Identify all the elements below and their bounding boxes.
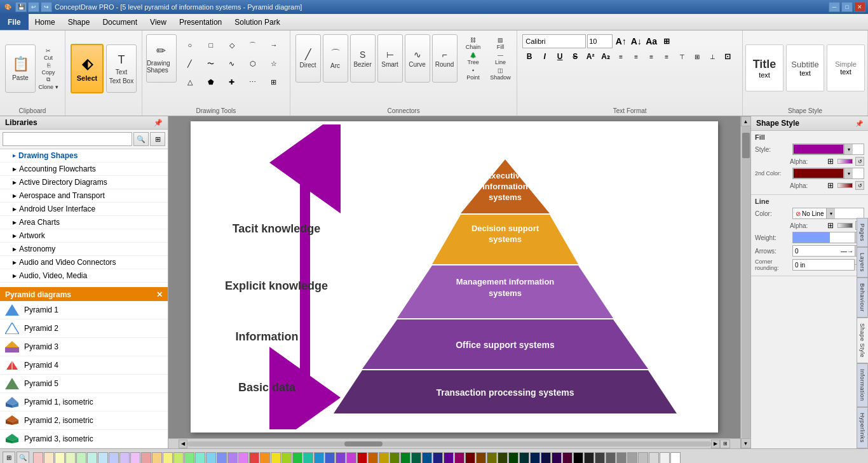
color-cell[interactable] — [357, 452, 367, 464]
minimize-btn[interactable]: ─ — [829, 2, 840, 12]
color-cell[interactable] — [627, 452, 637, 464]
color-cell[interactable] — [454, 452, 465, 464]
pyramid-item-1[interactable]: Pyramid 1 — [0, 301, 168, 319]
color-cell[interactable] — [476, 452, 486, 464]
color-cell[interactable] — [638, 452, 648, 464]
title-style-btn[interactable]: Title text — [745, 44, 783, 91]
color-cell[interactable] — [184, 452, 194, 464]
subtitle-style-btn[interactable]: Subtitle text — [786, 44, 824, 91]
library-item-audio-video[interactable]: ▸ Audio and Video Connectors — [0, 256, 168, 269]
font-size-input[interactable] — [587, 34, 613, 48]
library-item-ad[interactable]: ▸ Active Directory Diagrams — [0, 176, 168, 189]
color-cell[interactable] — [152, 452, 162, 464]
wave-tool[interactable]: 〜 — [201, 55, 220, 72]
color-cell[interactable] — [487, 452, 497, 464]
behaviour-tab[interactable]: Behaviour — [857, 278, 868, 318]
file-menu[interactable]: File — [0, 14, 29, 30]
line-button[interactable]: ― Line — [489, 51, 512, 65]
color-cell[interactable] — [390, 452, 400, 464]
point-button[interactable]: • Point — [462, 67, 485, 81]
color-cell[interactable] — [206, 452, 216, 464]
more-tool[interactable]: ⋯ — [243, 74, 262, 90]
arc-button[interactable]: ⌒ Arc — [323, 34, 348, 83]
color-cell[interactable] — [649, 452, 659, 464]
color-cell[interactable] — [130, 452, 140, 464]
color-cell[interactable] — [98, 452, 108, 464]
color-cell[interactable] — [606, 452, 616, 464]
library-item-aerospace[interactable]: ▸ Aerospace and Transport — [0, 189, 168, 203]
alpha-reset-1[interactable]: ↺ — [855, 157, 864, 166]
color-cell[interactable] — [616, 452, 627, 464]
line-color-value[interactable]: ⊘ No Line ▾ — [792, 208, 864, 219]
color-cell[interactable] — [87, 452, 97, 464]
italic-btn[interactable]: I — [538, 50, 552, 64]
superscript-btn[interactable]: A² — [583, 50, 597, 64]
color-cell[interactable] — [65, 452, 76, 464]
color-cell[interactable] — [260, 452, 270, 464]
canvas-wrapper[interactable]: Tacit knowledge Explicit knowledge Infor… — [168, 116, 740, 438]
alpha-slider-2[interactable] — [837, 183, 853, 188]
color-cell[interactable] — [173, 452, 184, 464]
scroll-corner[interactable]: ⊞ — [720, 440, 730, 448]
undo-btn[interactable]: ↩ — [28, 2, 39, 12]
color-cell[interactable] — [217, 452, 227, 464]
pyramid-item-4[interactable]: Pyramid 4 — [0, 356, 168, 375]
pyramid-item-iso-1[interactable]: Pyramid 1, isometric — [0, 393, 168, 412]
color-bar-icon-2[interactable]: 🔍 — [17, 452, 29, 464]
color-cell[interactable] — [562, 452, 573, 464]
color-cell[interactable] — [44, 452, 54, 464]
fill-style-value[interactable]: ▾ — [792, 144, 864, 155]
v-scroll-track[interactable] — [742, 126, 750, 438]
v-scrollbar[interactable]: ▲ ▼ — [740, 116, 750, 448]
close-pyramid-icon[interactable]: ✕ — [156, 290, 163, 299]
bold-btn[interactable]: B — [522, 50, 536, 64]
select-button[interactable]: ⬖ Select — [71, 44, 104, 93]
scroll-right-btn[interactable]: ▶ — [711, 440, 720, 448]
pin-icon[interactable]: 📌 — [154, 119, 163, 127]
redo-btn[interactable]: ↪ — [41, 2, 52, 12]
scroll-left-btn[interactable]: ◀ — [179, 440, 187, 448]
color-cell[interactable] — [336, 452, 346, 464]
second-color-value[interactable]: ▾ — [792, 168, 864, 179]
h-scroll-thumb[interactable] — [344, 441, 383, 446]
color-cell[interactable] — [281, 452, 292, 464]
align-middle-btn[interactable]: ⊞ — [690, 50, 704, 64]
pyramid-item-3[interactable]: Pyramid 3 — [0, 338, 168, 356]
paste-button[interactable]: 📋 Paste — [5, 44, 36, 93]
font-grow-btn[interactable]: A↑ — [614, 34, 628, 48]
library-item-accounting[interactable]: ▸ Accounting Flowcharts — [0, 163, 168, 176]
copy-button[interactable]: ⎘ Copy — [37, 62, 60, 76]
color-cell[interactable] — [325, 452, 335, 464]
library-item-android[interactable]: ▸ Android User Interface — [0, 203, 168, 216]
library-search[interactable] — [3, 132, 132, 146]
color-cell[interactable] — [660, 452, 670, 464]
color-cell[interactable] — [541, 452, 551, 464]
h-scroll-track[interactable] — [187, 441, 711, 446]
pyramid-item-iso-3[interactable]: Pyramid 3, isometric — [0, 430, 168, 448]
cross-tool[interactable]: ✚ — [222, 74, 241, 90]
color-cell[interactable] — [119, 452, 130, 464]
library-item-drawing-shapes[interactable]: ▸ Drawing Shapes — [0, 149, 168, 163]
shape-menu[interactable]: Shape — [62, 14, 97, 30]
color-cell[interactable] — [422, 452, 432, 464]
curve-button[interactable]: ∿ Curve — [405, 34, 430, 83]
arc-tool[interactable]: ⌒ — [243, 37, 262, 53]
subscript-btn[interactable]: A₂ — [599, 50, 613, 64]
strikethrough-btn[interactable]: S — [568, 50, 582, 64]
color-cell[interactable] — [249, 452, 259, 464]
color-cell[interactable] — [400, 452, 410, 464]
fill-color-swatch[interactable] — [793, 144, 844, 154]
second-color-dropdown[interactable]: ▾ — [844, 168, 853, 178]
scroll-down-btn[interactable]: ▼ — [741, 438, 751, 448]
weight-slider[interactable] — [793, 232, 855, 243]
color-cell[interactable] — [227, 452, 238, 464]
color-cell[interactable] — [346, 452, 356, 464]
color-cell[interactable] — [552, 452, 562, 464]
textbox-button[interactable]: T Text Text Box — [106, 44, 137, 93]
color-cell[interactable] — [163, 452, 173, 464]
color-cell[interactable] — [508, 452, 519, 464]
diamond-tool[interactable]: ◇ — [222, 37, 241, 53]
scroll-up-btn[interactable]: ▲ — [741, 116, 751, 126]
smart-button[interactable]: ⊢ Smart — [377, 34, 403, 83]
color-cell[interactable] — [314, 452, 324, 464]
